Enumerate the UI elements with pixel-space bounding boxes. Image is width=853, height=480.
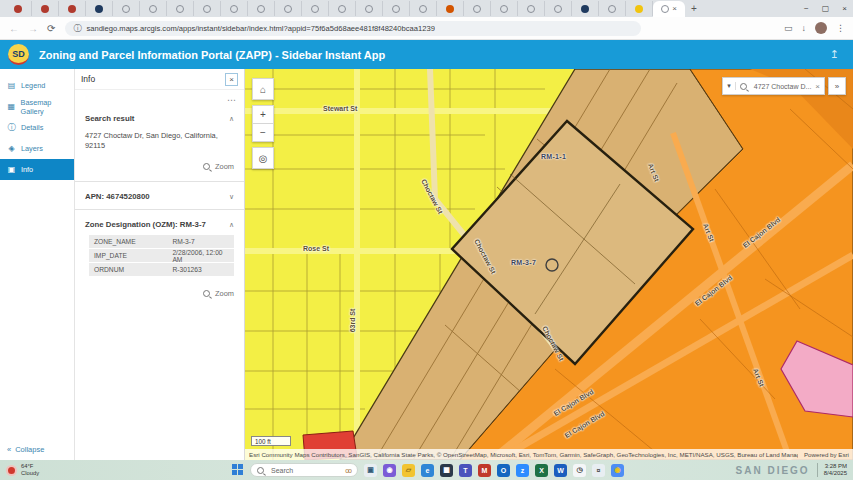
browser-tab[interactable]: [329, 1, 356, 16]
zone-designation-label: RM-3-7: [511, 259, 536, 266]
sidebar-item-label: Basemap Gallery: [21, 98, 74, 116]
new-tab-button[interactable]: +: [691, 3, 697, 14]
browser-tab[interactable]: [626, 1, 653, 16]
map-search-box[interactable]: ▾ 4727 Choctaw D... ×: [722, 77, 825, 95]
browser-tab[interactable]: [221, 1, 248, 16]
sidebar-item-layers[interactable]: ◈Layers: [0, 138, 74, 159]
browser-tab[interactable]: [113, 1, 140, 16]
site-info-icon[interactable]: ⓘ: [73, 23, 81, 34]
close-button[interactable]: ×: [842, 4, 847, 13]
search-result-section-header[interactable]: Search result ∧: [85, 114, 234, 123]
panel-overflow-button[interactable]: ⋯: [227, 95, 236, 105]
browser-tab[interactable]: [194, 1, 221, 16]
chrome-icon[interactable]: ◉: [611, 464, 624, 477]
sidebar-item-legend[interactable]: ▤Legend: [0, 75, 74, 96]
browser-tab[interactable]: [140, 1, 167, 16]
apn-section-header[interactable]: APN: 4674520800 ∨: [85, 192, 234, 201]
teams-icon[interactable]: T: [459, 464, 472, 477]
search-source-dropdown-icon[interactable]: ▾: [727, 82, 736, 90]
globe-favicon: [311, 5, 319, 13]
browser-tab[interactable]: [437, 1, 464, 16]
taskbar-clock[interactable]: 3:28 PM 8/4/2025: [817, 463, 847, 477]
map-search-value[interactable]: 4727 Choctaw D...: [754, 83, 812, 90]
mcafee-icon[interactable]: M: [478, 464, 491, 477]
active-tab-favicon: [661, 5, 669, 13]
home-icon: ⌂: [260, 84, 266, 95]
browser-tab[interactable]: [464, 1, 491, 16]
browser-tab[interactable]: [356, 1, 383, 16]
sidebar-item-label: Details: [21, 123, 43, 132]
info-panel: Info × ⋯ Search result ∧ 4727 Choctaw Dr…: [75, 69, 245, 460]
browser-tab[interactable]: [59, 1, 86, 16]
package-app-icon[interactable]: ▦: [440, 464, 453, 477]
browser-tab[interactable]: [86, 1, 113, 16]
reload-icon[interactable]: ⟳: [47, 23, 55, 34]
sidebar-item-basemap-gallery[interactable]: ▦Basemap Gallery: [0, 96, 74, 117]
edge-icon[interactable]: e: [421, 464, 434, 477]
forward-icon[interactable]: →: [28, 23, 38, 34]
windows-start-button[interactable]: [232, 464, 244, 476]
outlook-icon[interactable]: O: [497, 464, 510, 477]
browser-tab[interactable]: [572, 1, 599, 16]
search-highlight-icon: oo: [345, 467, 351, 474]
browser-tab[interactable]: [545, 1, 572, 16]
browser-tab[interactable]: [491, 1, 518, 16]
zoom-in-button[interactable]: +: [252, 105, 274, 123]
excel-icon[interactable]: X: [535, 464, 548, 477]
weather-widget[interactable]: 64°F Cloudy: [6, 463, 39, 476]
browser-tab[interactable]: [599, 1, 626, 16]
locate-button[interactable]: ◎: [252, 147, 274, 169]
map-canvas[interactable]: Stewart StRose St63rd StChoctaw StChocta…: [245, 69, 853, 460]
taskbar-search-box[interactable]: Search oo: [250, 463, 358, 477]
browser-tab[interactable]: [383, 1, 410, 16]
tab-close-icon[interactable]: ×: [672, 5, 677, 13]
address-bar[interactable]: ⓘ sandiego.maps.arcgis.com/apps/instant/…: [65, 21, 641, 36]
home-button[interactable]: ⌂: [252, 78, 274, 100]
browser-tab[interactable]: [302, 1, 329, 16]
globe-favicon: [284, 5, 292, 13]
file-explorer-icon[interactable]: ▱: [402, 464, 415, 477]
browser-menu-icon[interactable]: ⋮: [836, 23, 845, 33]
copilot-icon[interactable]: ◉: [383, 464, 396, 477]
search-result-heading: Search result: [85, 114, 134, 123]
minimize-button[interactable]: −: [804, 4, 809, 13]
search-icon: [257, 467, 264, 474]
back-icon[interactable]: ←: [9, 23, 19, 34]
field-name: ORDNUM: [89, 266, 172, 273]
clear-search-icon[interactable]: ×: [815, 82, 820, 91]
zoom-app-icon[interactable]: z: [516, 464, 529, 477]
zoom-out-button[interactable]: −: [252, 123, 274, 142]
browser-tab[interactable]: [275, 1, 302, 16]
clock-app-icon[interactable]: ◷: [573, 464, 586, 477]
word-icon[interactable]: W: [554, 464, 567, 477]
browser-tab[interactable]: [410, 1, 437, 16]
zone-section-header[interactable]: Zone Designation (OZM): RM-3-7 ∧: [85, 220, 234, 229]
share-icon[interactable]: ↥: [830, 48, 839, 61]
tab-strip: × + − ▢ ×: [0, 0, 853, 17]
sidebar-item-info[interactable]: ▣Info: [0, 159, 74, 180]
task-view-icon[interactable]: ▣: [364, 464, 377, 477]
panel-close-button[interactable]: ×: [225, 73, 238, 86]
download-icon[interactable]: ↓: [802, 23, 807, 33]
globe-favicon: [122, 5, 130, 13]
profile-avatar[interactable]: [815, 22, 827, 34]
browser-tab[interactable]: [5, 1, 32, 16]
zone-heading: Zone Designation (OZM): RM-3-7: [85, 220, 206, 229]
active-tab[interactable]: ×: [653, 1, 685, 17]
taskbar-search-placeholder: Search: [271, 467, 341, 474]
zoom-to-result-link[interactable]: Zoom: [85, 162, 234, 171]
search-collapse-button[interactable]: »: [828, 77, 846, 95]
split-tab-icon[interactable]: ▭: [784, 23, 793, 33]
browser-tab[interactable]: [518, 1, 545, 16]
sidebar-collapse-button[interactable]: « Collapse: [7, 445, 44, 454]
maximize-button[interactable]: ▢: [822, 4, 830, 13]
sidebar-item-details[interactable]: ⓘDetails: [0, 117, 74, 138]
street-label: 63rd St: [349, 309, 356, 333]
key-app-icon[interactable]: ¤: [592, 464, 605, 477]
table-row: ORDNUMR-301263: [89, 263, 234, 277]
legend-icon: ▤: [7, 81, 16, 90]
browser-tab[interactable]: [167, 1, 194, 16]
zoom-to-zone-link[interactable]: Zoom: [85, 289, 234, 298]
browser-tab[interactable]: [248, 1, 275, 16]
browser-tab[interactable]: [32, 1, 59, 16]
